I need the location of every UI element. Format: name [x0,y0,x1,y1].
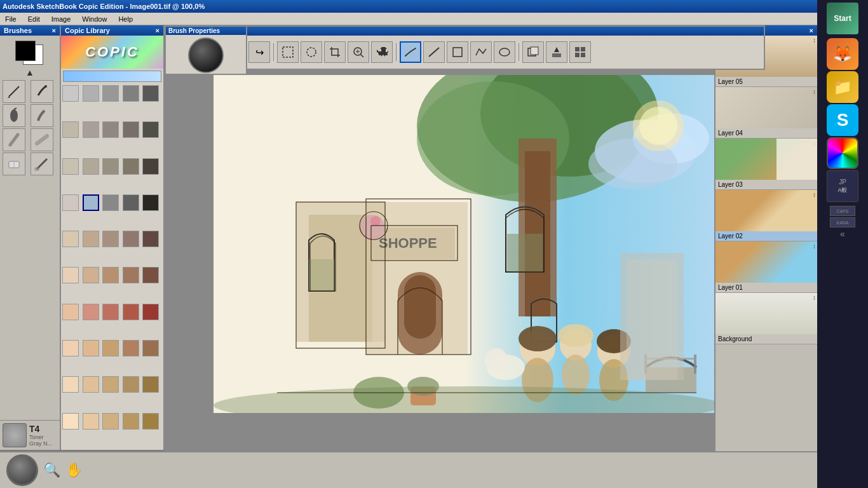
swatch-23[interactable] [123,231,139,247]
canvas-area[interactable]: SHOPPE [165,70,765,451]
swatch-17[interactable] [102,194,119,211]
swatch-29[interactable] [142,267,159,283]
swatch-5[interactable] [62,121,79,138]
layer-item-04[interactable]: ↕ Layer 04 [715,87,817,139]
pencil-brush-icon[interactable] [3,80,25,103]
swatch-19[interactable] [142,194,159,211]
layer-item-02[interactable]: ↕ Layer 02 [715,190,817,241]
layers-close-icon[interactable]: × [810,27,813,34]
swatch-1[interactable] [83,85,99,102]
swatch-43[interactable] [123,376,139,393]
swatch-33[interactable] [123,304,139,320]
swatch-8[interactable] [123,121,139,138]
swatch-16[interactable] [83,194,99,211]
blend-brush-icon[interactable] [31,152,53,175]
swatch-13[interactable] [123,158,139,175]
swatch-24[interactable] [142,231,159,247]
color-wheel-icon[interactable] [827,137,858,169]
grid-button[interactable] [569,41,591,63]
smear-brush-icon[interactable] [31,128,53,151]
airbrush-icon[interactable] [3,104,25,127]
rotation-dial[interactable] [6,454,38,486]
layer-item-background[interactable]: ↕ Background [715,293,817,344]
swatch-35[interactable] [62,340,79,356]
color-selector[interactable] [0,36,60,67]
ellipse-button[interactable] [494,41,515,63]
swatch-44[interactable] [142,376,159,393]
foreground-color[interactable] [15,41,36,61]
lasso-select-button[interactable] [301,41,322,63]
swatch-11[interactable] [83,158,99,175]
swatch-0[interactable] [62,85,79,102]
swatch-34[interactable] [142,304,159,320]
skype-icon[interactable]: S [827,104,858,136]
layers-copy-button[interactable] [522,41,544,63]
chalk-brush-icon[interactable] [3,128,25,151]
menu-edit[interactable]: Edit [25,14,43,24]
swatch-38[interactable] [123,340,139,356]
brushes-close-icon[interactable]: × [52,27,56,34]
swatch-28[interactable] [123,267,139,283]
swatch-6[interactable] [83,121,99,138]
copic-close-icon[interactable]: × [156,27,159,34]
swatch-18[interactable] [123,194,139,211]
hand-icon[interactable]: ✋ [65,462,83,478]
swatch-7[interactable] [102,121,119,138]
zoom-icon[interactable]: 🔍 [43,462,60,478]
fill-button[interactable] [546,41,567,63]
start-button[interactable]: Start [827,3,858,34]
swatch-37[interactable] [102,340,119,356]
brush-preview-circle[interactable] [188,37,224,73]
brushes-collapse-icon[interactable]: ▲ [0,67,60,78]
rect-select-button[interactable] [277,41,299,63]
polyline-button[interactable] [470,41,492,63]
redo-button[interactable]: ↪ [248,41,270,63]
marker-brush-icon[interactable] [31,104,53,127]
swatch-32[interactable] [102,304,119,320]
swatch-2[interactable] [102,85,119,102]
swatch-40[interactable] [62,376,79,393]
swatch-47[interactable] [102,413,119,430]
eraser-icon[interactable] [3,152,25,175]
swatch-21[interactable] [83,231,99,247]
firefox-icon[interactable]: 🦊 [827,38,858,70]
swatch-14[interactable] [142,158,159,175]
swatch-39[interactable] [142,340,159,356]
scroll-left-icon[interactable]: « [840,229,845,239]
swatch-45[interactable] [62,413,79,430]
swatch-9[interactable] [142,121,159,138]
swatch-46[interactable] [83,413,99,430]
swatch-15[interactable] [62,194,79,211]
swatch-26[interactable] [83,267,99,283]
menu-window[interactable]: Window [79,14,109,24]
swatch-36[interactable] [83,340,99,356]
swatch-22[interactable] [102,231,119,247]
swatch-30[interactable] [62,304,79,320]
drawing-canvas[interactable]: SHOPPE [214,75,717,413]
swatch-10[interactable] [62,158,79,175]
menu-help[interactable]: Help [116,14,135,24]
crop-button[interactable] [324,41,346,63]
swatch-25[interactable] [62,267,79,283]
menu-file[interactable]: File [3,14,19,24]
swatch-20[interactable] [62,231,79,247]
zoom-button[interactable] [348,41,369,63]
layer-item-03[interactable]: ↕ Layer 03 [715,139,817,190]
shape-rect-button[interactable] [447,41,468,63]
ink-brush-icon[interactable] [31,80,53,103]
copic-search-bar[interactable] [63,71,161,82]
swatch-42[interactable] [102,376,119,393]
layer-item-01[interactable]: ↕ Layer 01 [715,241,817,293]
draw-line-button[interactable] [400,41,421,63]
menu-image[interactable]: Image [49,14,74,24]
swatch-27[interactable] [102,267,119,283]
jp-input-icon[interactable]: JP A般 [827,170,858,202]
swatch-41[interactable] [83,376,99,393]
swatch-12[interactable] [102,158,119,175]
swatch-3[interactable] [123,85,139,102]
pan-button[interactable] [371,41,393,63]
straight-line-button[interactable] [423,41,445,63]
swatch-48[interactable] [123,413,139,430]
swatch-31[interactable] [83,304,99,320]
swatch-49[interactable] [142,413,159,430]
